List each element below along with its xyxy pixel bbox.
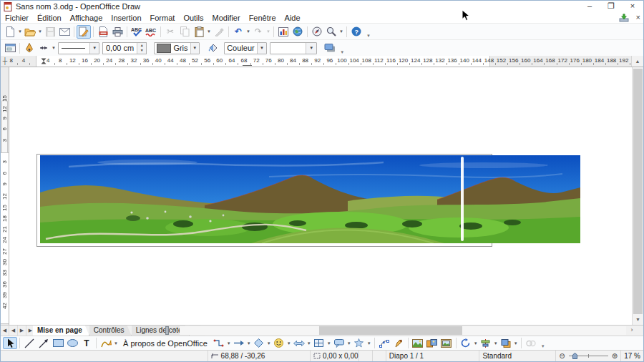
callouts-button[interactable] bbox=[332, 337, 346, 349]
photo-album-button[interactable] bbox=[439, 337, 454, 349]
styles-window-button[interactable] bbox=[3, 41, 17, 55]
block-arrows-button[interactable] bbox=[292, 337, 306, 349]
zoom-button[interactable] bbox=[324, 25, 338, 39]
symbol-shapes-button[interactable] bbox=[272, 337, 286, 349]
chevron-down-icon[interactable]: ▼ bbox=[190, 43, 200, 54]
menu-affichage[interactable]: Affichage bbox=[66, 14, 107, 22]
menu-format[interactable]: Format bbox=[146, 14, 180, 22]
hscroll-thumb[interactable] bbox=[319, 326, 462, 335]
stars-button[interactable] bbox=[352, 337, 366, 349]
lines-arrows-button[interactable] bbox=[232, 337, 246, 349]
fill-type-value[interactable]: Couleur bbox=[225, 44, 257, 52]
line-width-stepper[interactable]: 0,00 cm▲▼ bbox=[102, 42, 147, 54]
toolbar-overflow-button[interactable]: ▼ bbox=[366, 32, 371, 39]
ellipse-tool-button[interactable] bbox=[65, 337, 79, 349]
chevron-down-icon[interactable]: ▼ bbox=[257, 43, 266, 54]
basic-shapes-button[interactable] bbox=[252, 337, 266, 349]
zoom-in-button[interactable]: ⊕ bbox=[612, 353, 618, 360]
menu-edition[interactable]: Édition bbox=[33, 14, 66, 22]
line-tool-button[interactable] bbox=[22, 337, 36, 349]
toolbar-overflow-button[interactable]: ▼ bbox=[541, 343, 545, 350]
vscroll-down-button[interactable]: ▼ bbox=[633, 315, 643, 325]
line-color-value[interactable]: Gris bbox=[171, 44, 190, 52]
insert-chart-button[interactable] bbox=[276, 25, 291, 39]
curve-tool-button[interactable] bbox=[99, 337, 113, 349]
arrange-button[interactable] bbox=[499, 337, 513, 349]
arrange-dropdown[interactable]: ▼ bbox=[513, 337, 519, 350]
curve-dropdown[interactable]: ▼ bbox=[113, 337, 119, 350]
horizontal-ruler[interactable]: 8448121620242832364044485256606468727680… bbox=[1, 56, 632, 67]
menu-aide[interactable]: Aide bbox=[280, 14, 305, 22]
restore-button[interactable]: ❐ bbox=[600, 1, 622, 12]
flowchart-button[interactable] bbox=[312, 337, 326, 349]
vertical-scrollbar[interactable]: ▼ bbox=[632, 67, 643, 325]
zoom-slider[interactable] bbox=[569, 356, 608, 356]
tab-nav-next-button[interactable]: ▶ bbox=[18, 326, 26, 336]
callouts-dropdown[interactable]: ▼ bbox=[346, 337, 352, 350]
auto-spellcheck-button[interactable]: ABC bbox=[144, 25, 158, 39]
menu-modifier[interactable]: Modifier bbox=[208, 14, 245, 22]
menu-insertion[interactable]: Insertion bbox=[107, 14, 145, 22]
edit-file-button[interactable] bbox=[77, 25, 91, 39]
horizontal-scrollbar[interactable] bbox=[180, 326, 626, 335]
menu-fichier[interactable]: Fichier bbox=[1, 14, 33, 22]
zoom-dropdown[interactable]: ▼ bbox=[338, 25, 344, 38]
new-document-button[interactable] bbox=[3, 25, 17, 39]
text-tool-button[interactable]: T bbox=[79, 337, 94, 349]
vscroll-up-button[interactable]: ▲ bbox=[631, 56, 643, 67]
line-color-select[interactable]: Gris▼ bbox=[154, 42, 200, 54]
alignment-dropdown[interactable]: ▼ bbox=[493, 337, 499, 350]
email-button[interactable] bbox=[57, 25, 72, 39]
glue-points-button[interactable] bbox=[391, 337, 406, 349]
symbol-shapes-dropdown[interactable]: ▼ bbox=[286, 337, 292, 350]
vertical-ruler[interactable]: 15129633691215182124273033363942 bbox=[1, 67, 9, 325]
minimize-button[interactable]: – bbox=[579, 1, 600, 12]
zoom-slider-handle[interactable] bbox=[572, 353, 577, 359]
navigator-button[interactable] bbox=[310, 25, 324, 39]
menu-outils[interactable]: Outils bbox=[179, 14, 208, 22]
basic-shapes-dropdown[interactable]: ▼ bbox=[266, 337, 272, 350]
tab-mise-en-page[interactable]: Mise en page bbox=[33, 326, 89, 336]
pane-splitter-handle[interactable] bbox=[165, 326, 169, 335]
hyperlink-button[interactable] bbox=[291, 25, 305, 39]
hscroll-left-button[interactable]: ‹ bbox=[170, 326, 179, 336]
effects-button[interactable] bbox=[459, 337, 473, 349]
line-arrow-tool-button[interactable] bbox=[36, 337, 51, 349]
hscroll-right-button[interactable]: › bbox=[628, 326, 636, 336]
line-style-select[interactable]: ▼ bbox=[58, 42, 99, 54]
spellcheck-button[interactable]: ABC bbox=[130, 25, 144, 39]
menu-fenetre[interactable]: Fenêtre bbox=[245, 14, 280, 22]
paste-dropdown[interactable]: ▼ bbox=[206, 25, 212, 38]
alignment-button[interactable] bbox=[479, 337, 493, 349]
chevron-down-icon[interactable]: ▼ bbox=[306, 43, 316, 54]
connector-tool-button[interactable] bbox=[212, 337, 226, 349]
rectangle-tool-button[interactable] bbox=[51, 337, 65, 349]
arrow-style-dropdown[interactable]: ▼ bbox=[51, 41, 57, 54]
fill-color-select[interactable]: ▼ bbox=[270, 42, 317, 54]
export-pdf-button[interactable] bbox=[96, 25, 110, 39]
toolbar-overflow-button[interactable]: ▼ bbox=[340, 49, 344, 56]
close-document-button[interactable]: × bbox=[636, 13, 640, 22]
line-dialog-button[interactable] bbox=[22, 41, 36, 55]
arrow-style-button[interactable] bbox=[36, 41, 51, 55]
line-width-value[interactable]: 0,00 cm bbox=[103, 44, 137, 52]
undo-button[interactable]: ↶ bbox=[231, 25, 245, 39]
tab-nav-prev-button[interactable]: ◀ bbox=[9, 326, 18, 336]
undo-dropdown[interactable]: ▼ bbox=[245, 25, 251, 38]
vscroll-thumb[interactable] bbox=[633, 69, 643, 314]
flowchart-dropdown[interactable]: ▼ bbox=[326, 337, 332, 350]
chevron-down-icon[interactable]: ▼ bbox=[89, 43, 99, 54]
drawing-canvas[interactable] bbox=[10, 67, 632, 325]
status-style-cell[interactable]: Standard bbox=[479, 351, 555, 361]
new-dropdown[interactable]: ▼ bbox=[17, 25, 23, 38]
zoom-out-button[interactable]: ⊖ bbox=[559, 353, 565, 360]
shadow-button[interactable] bbox=[323, 41, 337, 55]
landscape-image[interactable] bbox=[40, 155, 580, 243]
update-available-icon[interactable] bbox=[619, 14, 629, 22]
connector-dropdown[interactable]: ▼ bbox=[226, 337, 232, 350]
lines-arrows-dropdown[interactable]: ▼ bbox=[246, 337, 252, 350]
open-dropdown[interactable]: ▼ bbox=[37, 25, 43, 38]
effects-dropdown[interactable]: ▼ bbox=[473, 337, 479, 350]
block-arrows-dropdown[interactable]: ▼ bbox=[306, 337, 312, 350]
status-zoom-level-cell[interactable]: 17 % bbox=[620, 351, 643, 361]
